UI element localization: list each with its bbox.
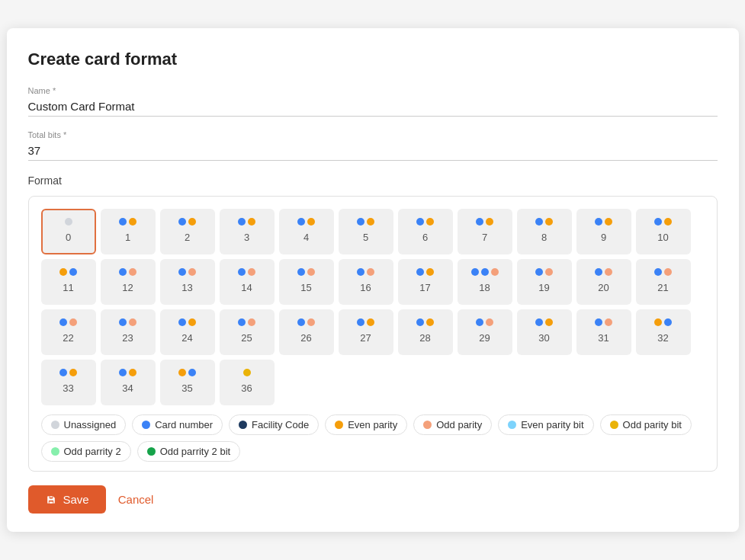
bit-cell[interactable]: 0 bbox=[41, 209, 96, 254]
bit-number: 18 bbox=[479, 282, 490, 293]
bit-cell[interactable]: 21 bbox=[636, 259, 691, 305]
bit-cell[interactable]: 9 bbox=[576, 209, 631, 254]
bit-number: 30 bbox=[538, 332, 549, 344]
bit-cell[interactable]: 35 bbox=[160, 360, 215, 405]
bit-number: 34 bbox=[122, 382, 133, 394]
legend-item[interactable]: Card number bbox=[132, 414, 223, 435]
modal-container: Create card format Name * Total bits * F… bbox=[7, 28, 739, 532]
bit-number: 8 bbox=[541, 232, 547, 243]
bit-cell[interactable]: 17 bbox=[398, 259, 453, 305]
legend-dot bbox=[142, 421, 150, 429]
bit-cell[interactable]: 16 bbox=[339, 259, 393, 305]
bit-number: 1 bbox=[125, 232, 130, 243]
legend-item[interactable]: Even parity bit bbox=[498, 414, 593, 435]
bit-number: 36 bbox=[241, 382, 252, 394]
save-button[interactable]: Save bbox=[28, 485, 106, 514]
bit-cell[interactable]: 7 bbox=[458, 209, 512, 254]
bit-cell[interactable]: 18 bbox=[458, 259, 512, 305]
bit-number: 22 bbox=[63, 332, 73, 344]
bit-number: 0 bbox=[66, 232, 71, 243]
bit-number: 15 bbox=[300, 282, 311, 293]
bit-cell[interactable]: 1 bbox=[101, 209, 156, 254]
bit-cell[interactable]: 31 bbox=[576, 309, 631, 355]
totalbits-input[interactable] bbox=[28, 141, 718, 161]
legend-item[interactable]: Odd parrity 2 bit bbox=[137, 441, 241, 462]
cancel-button[interactable]: Cancel bbox=[118, 493, 154, 506]
legend-item[interactable]: Odd parity bit bbox=[600, 414, 692, 435]
save-label: Save bbox=[63, 493, 89, 506]
bit-cell[interactable]: 22 bbox=[41, 309, 96, 355]
bit-number: 26 bbox=[300, 332, 311, 344]
legend-item[interactable]: Facility Code bbox=[229, 414, 319, 435]
legend-label: Even parity bit bbox=[521, 419, 583, 430]
legend-item[interactable]: Unassigned bbox=[41, 414, 127, 435]
legend-dot bbox=[610, 421, 618, 429]
legend-dot bbox=[335, 421, 343, 429]
bit-cell[interactable]: 23 bbox=[101, 309, 156, 355]
legend-label: Odd parity bit bbox=[623, 419, 682, 430]
footer-row: Save Cancel bbox=[28, 485, 718, 514]
format-box: 0123456789101112131415161718192021222324… bbox=[28, 196, 718, 472]
bit-cell[interactable]: 6 bbox=[398, 209, 453, 254]
bit-cell[interactable]: 15 bbox=[279, 259, 334, 305]
bit-cell[interactable]: 10 bbox=[636, 209, 691, 254]
bit-number: 25 bbox=[241, 332, 252, 344]
bit-number: 17 bbox=[419, 282, 430, 293]
legend-label: Facility Code bbox=[252, 419, 309, 430]
bit-number: 14 bbox=[241, 282, 252, 293]
bit-number: 20 bbox=[598, 282, 609, 293]
name-input[interactable] bbox=[28, 97, 718, 117]
legend-row: UnassignedCard numberFacility CodeEven p… bbox=[41, 414, 705, 462]
bit-cell[interactable]: 8 bbox=[517, 209, 572, 254]
bit-number: 9 bbox=[601, 232, 606, 243]
legend-dot bbox=[51, 447, 59, 456]
bit-cell[interactable]: 4 bbox=[279, 209, 334, 254]
bit-number: 21 bbox=[657, 282, 668, 293]
bit-number: 10 bbox=[657, 232, 668, 243]
bit-cell[interactable]: 11 bbox=[41, 259, 96, 305]
legend-item[interactable]: Odd parity bbox=[413, 414, 492, 435]
bit-cell[interactable]: 13 bbox=[160, 259, 215, 305]
bit-cell[interactable]: 19 bbox=[517, 259, 572, 305]
bit-cell[interactable]: 32 bbox=[636, 309, 691, 355]
bit-cell[interactable]: 29 bbox=[458, 309, 512, 355]
legend-label: Even parity bbox=[348, 419, 397, 430]
bit-number: 16 bbox=[360, 282, 371, 293]
modal-title: Create card format bbox=[28, 50, 718, 69]
bit-number: 23 bbox=[122, 332, 133, 344]
name-label: Name * bbox=[28, 86, 718, 95]
bit-cell[interactable]: 2 bbox=[160, 209, 215, 254]
bit-cell[interactable]: 28 bbox=[398, 309, 453, 355]
bit-number: 35 bbox=[181, 382, 192, 394]
bit-cell[interactable]: 36 bbox=[220, 360, 275, 405]
legend-dot bbox=[147, 447, 156, 456]
bit-cell[interactable]: 27 bbox=[339, 309, 393, 355]
name-field-group: Name * bbox=[28, 86, 718, 117]
bit-number: 29 bbox=[479, 332, 490, 344]
cancel-label: Cancel bbox=[118, 493, 154, 506]
bit-cell[interactable]: 33 bbox=[41, 360, 96, 405]
bit-cell[interactable]: 34 bbox=[101, 360, 156, 405]
bit-cell[interactable]: 20 bbox=[576, 259, 631, 305]
bit-cell[interactable]: 26 bbox=[279, 309, 334, 355]
totalbits-field-group: Total bits * bbox=[28, 130, 718, 161]
bit-cell[interactable]: 5 bbox=[339, 209, 393, 254]
legend-item[interactable]: Odd parrity 2 bbox=[41, 441, 131, 462]
bit-cell[interactable]: 25 bbox=[220, 309, 275, 355]
bit-cell[interactable]: 12 bbox=[101, 259, 156, 305]
bit-cell[interactable]: 30 bbox=[517, 309, 572, 355]
bit-number: 2 bbox=[185, 232, 190, 243]
bit-number: 13 bbox=[181, 282, 192, 293]
legend-item[interactable]: Even parity bbox=[325, 414, 407, 435]
bit-cell[interactable]: 3 bbox=[220, 209, 275, 254]
bit-cell[interactable]: 24 bbox=[160, 309, 215, 355]
format-section-label: Format bbox=[28, 174, 718, 187]
legend-label: Card number bbox=[155, 419, 213, 430]
bit-number: 4 bbox=[303, 232, 309, 243]
bit-number: 33 bbox=[63, 382, 73, 394]
legend-label: Odd parity bbox=[436, 419, 482, 430]
bit-cell[interactable]: 14 bbox=[220, 259, 275, 305]
bit-number: 5 bbox=[363, 232, 368, 243]
totalbits-label: Total bits * bbox=[28, 130, 718, 139]
bit-number: 32 bbox=[657, 332, 668, 344]
